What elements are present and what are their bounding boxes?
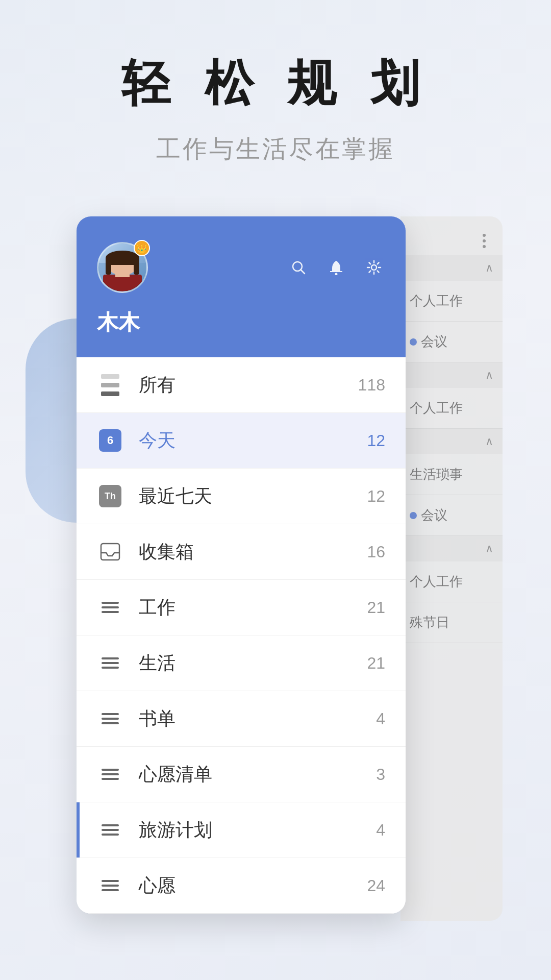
svg-point-3 <box>371 265 377 270</box>
right-panel-item-work1: 个人工作 <box>400 281 503 322</box>
wish2-icon <box>97 872 123 899</box>
hero-title: 轻 松 规 划 <box>121 51 430 117</box>
avatar-wrapper[interactable]: 👑 <box>97 242 148 293</box>
menu-item-week-count: 12 <box>367 487 385 506</box>
sidebar-header: 👑 <box>77 216 406 357</box>
right-panel-item-life: 生活琐事 <box>400 454 503 495</box>
svg-point-2 <box>335 273 338 276</box>
books-icon <box>97 705 123 732</box>
crown-badge: 👑 <box>134 240 150 256</box>
menu-item-work-count: 21 <box>367 598 385 617</box>
life-icon <box>97 650 123 676</box>
gear-icon[interactable] <box>363 256 385 279</box>
wish-icon <box>97 761 123 788</box>
menu-list: 所有 118 6 今天 12 Th <box>77 357 406 914</box>
menu-item-travel[interactable]: 旅游计划 4 <box>77 802 406 858</box>
menu-item-books-count: 4 <box>376 709 385 728</box>
menu-item-books-label: 书单 <box>139 706 376 731</box>
right-panel: ∧ 个人工作 会议 ∧ 个人工作 ∧ 生活琐事 <box>400 216 503 921</box>
work-icon <box>97 594 123 621</box>
menu-item-all[interactable]: 所有 118 <box>77 357 406 413</box>
inbox-icon <box>97 538 123 565</box>
more-button[interactable] <box>475 232 493 250</box>
menu-item-today[interactable]: 6 今天 12 <box>77 413 406 469</box>
menu-item-wish2[interactable]: 心愿 24 <box>77 858 406 914</box>
menu-item-wish-count: 3 <box>376 765 385 784</box>
travel-icon <box>97 817 123 843</box>
menu-item-wish2-label: 心愿 <box>139 873 367 898</box>
menu-item-week[interactable]: Th 最近七天 12 <box>77 469 406 524</box>
svg-rect-4 <box>101 544 119 560</box>
sidebar-panel: 👑 <box>77 216 406 914</box>
menu-item-all-label: 所有 <box>139 373 358 398</box>
page-container: 轻 松 规 划 工作与生活尽在掌握 <box>0 0 551 980</box>
menu-item-life-label: 生活 <box>139 651 367 676</box>
hero-subtitle: 工作与生活尽在掌握 <box>156 133 395 165</box>
right-panel-item-holiday: 殊节日 <box>400 602 503 643</box>
right-panel-item-meeting2: 会议 <box>400 495 503 536</box>
bell-icon[interactable] <box>325 256 347 279</box>
header-icons <box>287 256 385 279</box>
menu-item-travel-count: 4 <box>376 821 385 840</box>
menu-item-travel-label: 旅游计划 <box>139 818 376 843</box>
menu-item-week-label: 最近七天 <box>139 484 367 509</box>
menu-item-inbox-label: 收集箱 <box>139 540 367 565</box>
week-icon: Th <box>97 483 123 509</box>
sidebar-header-top: 👑 <box>97 242 385 293</box>
menu-item-today-count: 12 <box>367 431 385 450</box>
menu-item-books[interactable]: 书单 4 <box>77 691 406 747</box>
app-mockup: 👑 <box>46 216 505 921</box>
menu-item-work[interactable]: 工作 21 <box>77 580 406 635</box>
right-panel-item-work2: 个人工作 <box>400 388 503 429</box>
user-name: 木木 <box>97 308 385 337</box>
menu-item-work-label: 工作 <box>139 595 367 620</box>
menu-item-inbox[interactable]: 收集箱 16 <box>77 524 406 580</box>
right-panel-item-meeting1: 会议 <box>400 322 503 362</box>
menu-item-all-count: 118 <box>358 376 385 395</box>
menu-item-life[interactable]: 生活 21 <box>77 635 406 691</box>
menu-item-wish[interactable]: 心愿清单 3 <box>77 747 406 802</box>
menu-item-inbox-count: 16 <box>367 543 385 561</box>
menu-item-life-count: 21 <box>367 654 385 673</box>
search-icon[interactable] <box>287 256 310 279</box>
menu-item-wish-label: 心愿清单 <box>139 762 376 787</box>
today-icon: 6 <box>97 427 123 454</box>
all-icon <box>97 372 123 398</box>
menu-item-wish2-count: 24 <box>367 876 385 895</box>
right-panel-item-work3: 个人工作 <box>400 561 503 602</box>
svg-line-1 <box>300 270 305 274</box>
menu-item-today-label: 今天 <box>139 428 367 453</box>
